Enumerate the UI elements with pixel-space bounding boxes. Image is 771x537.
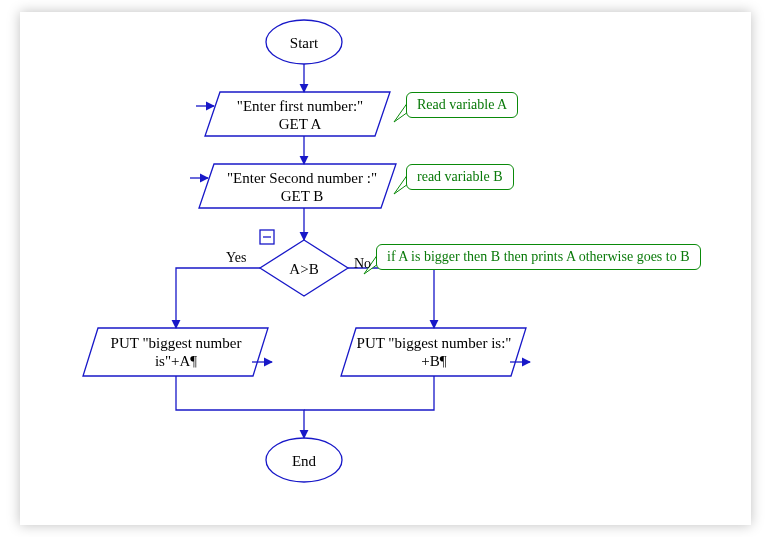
flowchart-canvas: Start "Enter first number:" GET A "Enter… <box>20 12 751 525</box>
decision-label: A>B <box>284 260 324 278</box>
annotation-read-a: Read variable A <box>406 92 518 118</box>
edge-outputB-merge <box>304 376 434 410</box>
output-b-line1: PUT "biggest number is:" <box>352 334 516 352</box>
annotation-read-b: read variable B <box>406 164 514 190</box>
edge-yes <box>176 268 260 328</box>
end-label: End <box>284 452 324 470</box>
output-a-line2: is"+A¶ <box>94 352 258 370</box>
input-b-line2: GET B <box>212 187 392 205</box>
edge-no <box>348 268 434 328</box>
yes-label: Yes <box>226 250 246 266</box>
output-b-line2: +B¶ <box>352 352 516 370</box>
output-a-line1: PUT "biggest number <box>94 334 258 352</box>
input-a-line1: "Enter first number:" <box>220 97 380 115</box>
input-b-line1: "Enter Second number :" <box>212 169 392 187</box>
no-label: No <box>354 256 371 272</box>
start-label: Start <box>284 34 324 52</box>
edge-outputA-end <box>176 376 304 438</box>
annotation-decision: if A is bigger then B then prints A othe… <box>376 244 701 270</box>
input-a-line2: GET A <box>220 115 380 133</box>
